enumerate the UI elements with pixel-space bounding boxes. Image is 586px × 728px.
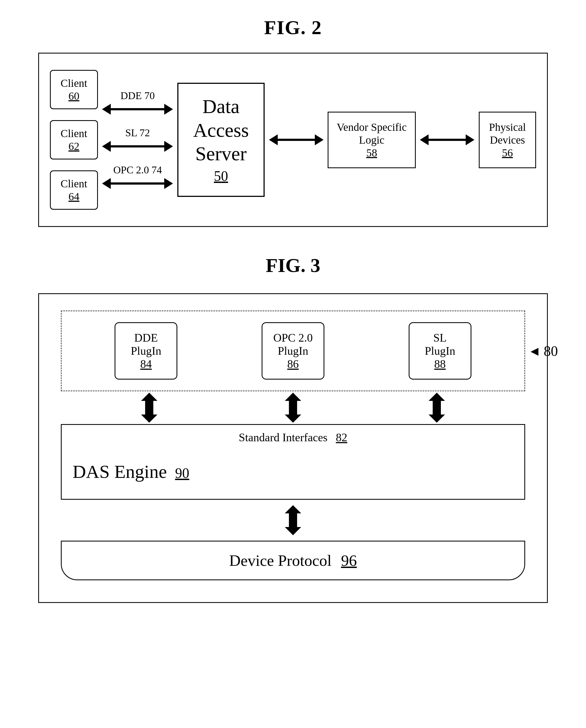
phys-line1: Physical (489, 121, 526, 133)
client-64: Client 64 (50, 170, 98, 210)
arrow-dde-symbol (102, 103, 173, 116)
vsl-box: Vendor Specific Logic 58 (328, 112, 416, 168)
arrow-80-icon: ◄ (528, 344, 541, 358)
fig2-section: FIG. 2 Client 60 Client 62 Client 64 (22, 16, 564, 227)
plugin-dde-line1: DDE (134, 331, 158, 344)
svg-marker-7 (429, 393, 445, 423)
standard-interfaces-label: Standard Interfaces (239, 431, 327, 444)
vsl-to-phys-arrow (420, 133, 474, 146)
svg-marker-6 (285, 393, 301, 423)
fig3-section: FIG. 3 DDE PlugIn 84 OPC 2.0 PlugIn 86 S… (22, 254, 564, 603)
clients-column: Client 60 Client 62 Client 64 (50, 70, 98, 210)
arrow-opc-label: OPC 2.0 74 (113, 164, 162, 176)
plugin-opc-line1: OPC 2.0 (273, 331, 313, 344)
arrow-opc: OPC 2.0 74 (102, 164, 173, 190)
fig3-diagram: DDE PlugIn 84 OPC 2.0 PlugIn 86 SL PlugI… (38, 293, 548, 603)
arrow-sl-symbol (102, 140, 173, 153)
client-62-num: 62 (60, 140, 87, 153)
client-62: Client 62 (50, 120, 98, 159)
arrow-dde: DDE 70 (102, 90, 173, 116)
svg-marker-1 (102, 141, 173, 152)
das-line3: Server (195, 142, 247, 166)
arrow-dde-label: DDE 70 (121, 90, 155, 102)
phys-num: 56 (502, 147, 513, 159)
left-arrows: DDE 70 SL 72 (102, 90, 173, 190)
das-engine-label: DAS Engine (73, 461, 167, 482)
client-60-label: Client (60, 77, 87, 89)
plugin-sl: SL PlugIn 88 (409, 322, 472, 380)
fig3-title: FIG. 3 (22, 254, 564, 277)
arrow-dde-v (138, 393, 160, 423)
arrow-sl-v (426, 393, 448, 423)
client-64-label: Client (60, 177, 87, 190)
vsl-num: 58 (366, 146, 377, 159)
fig2-title: FIG. 2 (22, 16, 564, 39)
client-62-label: Client (60, 127, 87, 140)
svg-marker-0 (102, 104, 173, 115)
plugin-dde-line2: PlugIn (131, 345, 161, 357)
group-80-label: ◄ 80 (528, 343, 558, 359)
right-arrow (269, 133, 324, 146)
svg-marker-4 (420, 134, 474, 145)
plugin-opc: OPC 2.0 PlugIn 86 (262, 322, 325, 380)
client-60: Client 60 (50, 70, 98, 109)
das-engine-num: 90 (175, 465, 189, 481)
svg-marker-8 (285, 505, 301, 535)
fig3-arrows-row (61, 391, 525, 424)
arrow-sl: SL 72 (102, 127, 173, 153)
plugin-dde: DDE PlugIn 84 (114, 322, 177, 380)
client-64-num: 64 (60, 190, 87, 203)
das-line2: Access (193, 119, 249, 142)
arrow-opc-symbol (102, 177, 173, 190)
plugin-dde-num: 84 (140, 358, 152, 370)
vsl-line2: Logic (359, 133, 384, 146)
plugin-opc-line2: PlugIn (278, 345, 308, 357)
group-80-num: 80 (544, 343, 558, 359)
client-60-num: 60 (60, 90, 87, 102)
das-to-device-arrow (61, 505, 525, 535)
plugin-opc-num: 86 (287, 358, 299, 370)
fig2-diagram: Client 60 Client 62 Client 64 DDE 70 (38, 53, 548, 227)
svg-marker-2 (102, 178, 173, 189)
das-box: Data Access Server 50 (177, 83, 265, 197)
plugin-sl-line1: SL (433, 331, 447, 344)
das-line1: Data (203, 95, 240, 118)
arrow-sl-label: SL 72 (125, 127, 150, 139)
das-num: 50 (214, 168, 228, 184)
plugin-sl-line2: PlugIn (425, 345, 455, 357)
device-protocol-num: 96 (341, 552, 357, 569)
plugins-dashed-group: DDE PlugIn 84 OPC 2.0 PlugIn 86 SL PlugI… (61, 310, 525, 391)
standard-interfaces-num: 82 (336, 431, 347, 444)
svg-marker-3 (269, 134, 324, 145)
device-protocol-label: Device Protocol (229, 552, 331, 569)
das-engine-box: DAS Engine 90 (61, 450, 525, 500)
vsl-line1: Vendor Specific (337, 121, 407, 133)
svg-marker-5 (141, 393, 157, 423)
plugin-sl-num: 88 (434, 358, 446, 370)
standard-interfaces-box: Standard Interfaces 82 (61, 424, 525, 450)
phys-box: Physical Devices 56 (479, 112, 536, 168)
device-protocol-box: Device Protocol 96 (61, 541, 525, 580)
arrow-opc-v (282, 393, 304, 423)
phys-line2: Devices (490, 134, 525, 146)
